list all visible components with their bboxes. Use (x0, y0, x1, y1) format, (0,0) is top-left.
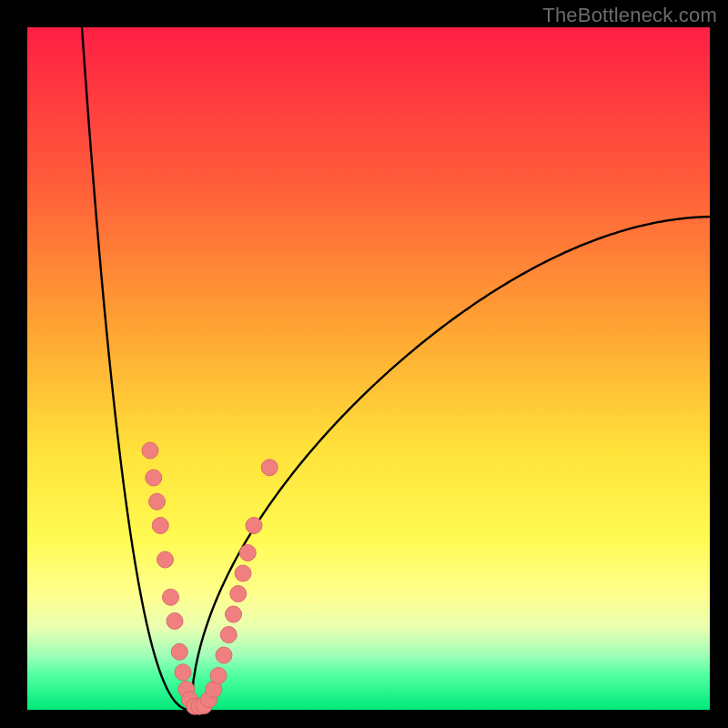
data-marker (210, 668, 227, 684)
data-marker (157, 551, 174, 568)
chart-frame: TheBottleneck.com (0, 0, 728, 728)
curve-svg (27, 27, 710, 710)
data-marker (246, 518, 262, 534)
data-marker (175, 664, 191, 681)
plot-area (27, 27, 710, 710)
data-marker (220, 627, 237, 643)
watermark-text: TheBottleneck.com (542, 4, 717, 27)
data-marker (152, 518, 168, 534)
data-marker (261, 460, 278, 476)
data-marker (149, 493, 166, 510)
bottleneck-curve (82, 27, 710, 710)
data-markers (142, 442, 278, 714)
data-marker (142, 442, 158, 459)
data-marker (226, 606, 242, 622)
data-marker (230, 586, 247, 602)
data-marker (235, 565, 251, 581)
data-marker (171, 643, 187, 660)
data-marker (239, 545, 256, 561)
data-marker (167, 613, 183, 630)
data-marker (163, 589, 179, 605)
data-marker (146, 470, 162, 486)
data-marker (216, 647, 232, 663)
